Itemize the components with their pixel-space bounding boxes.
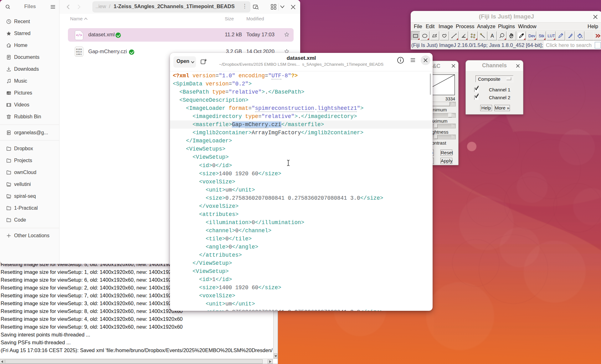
svg-text:A: A: [491, 33, 494, 38]
svg-text:Stk: Stk: [539, 34, 545, 38]
svg-text:Dev: Dev: [528, 34, 536, 38]
svg-text:LUT: LUT: [548, 34, 555, 38]
